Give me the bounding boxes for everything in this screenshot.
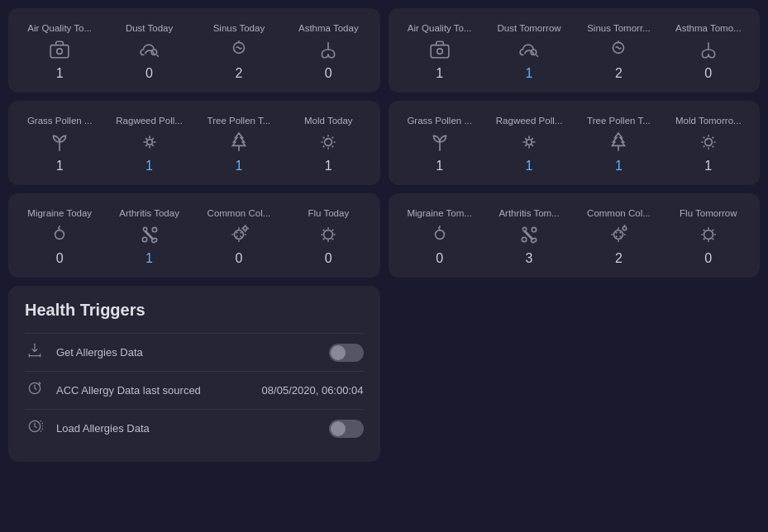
arthritis-today: Arthritis Today 1: [106, 205, 192, 269]
svg-point-25: [435, 230, 444, 240]
common-cold-tomorrow-label: Common Col...: [587, 208, 651, 218]
flu-tomorrow-value: 0: [704, 251, 712, 266]
ragweed-today-label: Ragweed Poll...: [116, 116, 183, 126]
common-cold-tomorrow-value: 2: [615, 251, 623, 266]
acc-allergy-sourced-trigger: ACC Allergy Data last sourced 08/05/2020…: [25, 371, 364, 409]
load-allergies-trigger: Load Allergies Data: [25, 409, 364, 447]
sinus-today: Sinus Today 2: [196, 20, 282, 84]
svg-rect-5: [431, 45, 449, 58]
svg-point-27: [522, 237, 526, 241]
dust-tomorrow: Dust Tomorrow 1: [486, 20, 572, 84]
cold-icon: [228, 223, 250, 246]
grass-pollen-tomorrow-label: Grass Pollen ...: [407, 116, 472, 126]
svg-point-30: [623, 226, 627, 230]
svg-point-14: [55, 230, 64, 240]
arthritis-tomorrow-value: 3: [526, 251, 533, 266]
tomorrow-row1-card: Air Quality To... 1 Dust Tomorrow 1 Sinu…: [389, 8, 761, 93]
sinus-today-label: Sinus Today: [213, 23, 265, 33]
today-row2-metrics: Grass Pollen ... 1 Ragweed Poll... 1 Tre…: [17, 112, 372, 177]
tree-pollen-tomorrow-value: 1: [615, 159, 623, 173]
svg-point-12: [527, 140, 532, 145]
migraine-tomorrow-value: 0: [436, 251, 443, 266]
flu-icon: [317, 223, 339, 246]
ragweed-today-value: 1: [145, 159, 153, 173]
asthma-today: Asthma Today 0: [285, 20, 371, 84]
svg-point-13: [704, 139, 712, 146]
dust-today-value: 0: [145, 66, 153, 81]
svg-rect-0: [50, 45, 69, 58]
common-cold-today-label: Common Col...: [208, 208, 271, 218]
air-quality-today-value: 1: [56, 66, 64, 81]
grass-pollen-tomorrow-value: 1: [436, 159, 443, 173]
migraine-today-value: 0: [56, 251, 64, 266]
load-allergies-label: Load Allergies Data: [56, 422, 317, 435]
air-quality-tomorrow-value: 1: [436, 66, 443, 81]
mold-icon: [317, 131, 339, 154]
common-cold-today-value: 0: [235, 251, 242, 266]
get-allergies-label: Get Allergies Data: [56, 346, 317, 359]
svg-point-19: [243, 226, 246, 230]
grass-pollen-tomorrow: Grass Pollen ... 1: [397, 112, 483, 177]
air-quality-tomorrow: Air Quality To... 1: [397, 20, 483, 84]
arthritis-today-value: 1: [145, 251, 153, 266]
asthma-today-value: 0: [325, 66, 332, 81]
tomorrow-row3-card: Migraine Tom... 0 Arthritis Tom... 3 Com…: [389, 193, 761, 278]
health-triggers-title: Health Triggers: [25, 301, 364, 320]
flu-today: Flu Today 0: [285, 205, 371, 269]
grass-pollen-today-value: 1: [56, 159, 64, 173]
camera-icon: [49, 38, 70, 61]
ragweed-tomorrow-value: 1: [526, 159, 533, 173]
arthritis-tomorrow: Arthritis Tom... 3: [486, 205, 572, 269]
today-row1-card: Air Quality To... 1 Dust Today 0 Sinus T…: [8, 8, 380, 93]
sinus-tomorrow-value: 2: [615, 66, 623, 81]
flu-icon-2: [698, 223, 719, 246]
svg-point-28: [532, 227, 536, 231]
svg-point-16: [142, 237, 146, 241]
svg-point-29: [614, 230, 623, 240]
mold-today-label: Mold Today: [304, 116, 353, 126]
ragweed-today: Ragweed Poll... 1: [106, 112, 192, 177]
dust-tomorrow-value: 1: [526, 66, 533, 81]
migraine-tomorrow: Migraine Tom... 0: [397, 205, 483, 269]
air-quality-today-label: Air Quality To...: [27, 23, 92, 33]
asthma-tomorrow-label: Asthma Tomo...: [675, 23, 742, 33]
load-allergies-toggle[interactable]: [329, 420, 364, 438]
ragweed-tomorrow: Ragweed Poll... 1: [486, 112, 572, 177]
get-allergies-trigger: Get Allergies Data: [25, 333, 364, 371]
svg-point-18: [235, 230, 244, 240]
air-quality-today: Air Quality To... 1: [17, 20, 103, 84]
svg-point-24: [324, 230, 333, 240]
health-triggers-card: Health Triggers Get Allergies Data: [8, 286, 380, 462]
sinus-tomorrow-label: Sinus Tomorr...: [587, 23, 651, 33]
svg-point-32: [704, 230, 713, 240]
get-allergies-toggle[interactable]: [329, 344, 364, 362]
air-quality-tomorrow-label: Air Quality To...: [408, 23, 472, 33]
common-cold-tomorrow: Common Col... 2: [575, 205, 661, 269]
tree-icon-2: [608, 131, 629, 154]
cloud-search-icon-2: [518, 38, 540, 61]
asthma-tomorrow: Asthma Tomo... 0: [665, 20, 751, 84]
asthma-today-label: Asthma Today: [298, 23, 359, 33]
flu-today-value: 0: [325, 251, 332, 266]
flu-tomorrow-label: Flu Tomorrow: [680, 208, 737, 218]
mold-tomorrow-value: 1: [704, 159, 712, 173]
svg-point-17: [152, 227, 156, 231]
dust-today: Dust Today 0: [106, 20, 192, 84]
arthritis-today-label: Arthritis Today: [119, 208, 179, 218]
acc-allergy-value: 08/05/2020, 06:00:04: [262, 384, 364, 397]
migraine-today-label: Migraine Today: [27, 208, 92, 218]
tree-pollen-tomorrow-label: Tree Pollen T...: [587, 116, 651, 126]
lungs-icon-2: [698, 38, 719, 61]
grass-pollen-today-label: Grass Pollen ...: [27, 116, 93, 126]
tomorrow-row3-metrics: Migraine Tom... 0 Arthritis Tom... 3 Com…: [397, 205, 752, 269]
mold-icon-2: [698, 131, 719, 154]
lungs-icon: [317, 38, 339, 61]
tree-pollen-tomorrow: Tree Pollen T... 1: [575, 112, 661, 177]
empty-right-panel: [389, 286, 761, 462]
migraine-icon: [49, 223, 70, 246]
head-sinuses-icon-2: [608, 38, 629, 61]
sinus-tomorrow: Sinus Tomorr... 2: [575, 20, 661, 84]
common-cold-today: Common Col... 0: [196, 205, 282, 269]
bone-icon: [139, 223, 160, 246]
download-icon: [25, 342, 45, 363]
